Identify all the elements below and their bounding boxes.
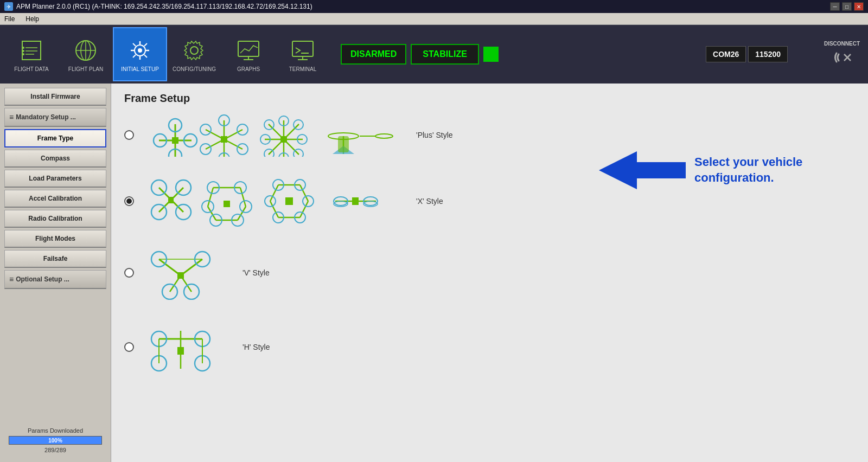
mandatory-icon: ≡ bbox=[9, 113, 14, 121]
disconnect-label: DISCONNECT bbox=[824, 41, 860, 47]
svg-rect-22 bbox=[238, 41, 259, 56]
menu-help[interactable]: Help bbox=[23, 14, 41, 24]
svg-line-93 bbox=[270, 185, 278, 201]
x-label: 'X' Style bbox=[416, 197, 443, 206]
radio-calibration-button[interactable]: Radio Calibration bbox=[4, 210, 106, 228]
config-icon bbox=[181, 37, 208, 64]
svg-line-90 bbox=[300, 201, 308, 217]
frame-option-v: 'V' Style bbox=[124, 246, 855, 300]
flight-data-icon bbox=[18, 37, 45, 64]
title-area: ✈ APM Planner 2.0.0 (RC1) (A-THINK: 169.… bbox=[4, 2, 312, 11]
mandatory-setup-button[interactable]: ≡ Mandatory Setup ... bbox=[4, 108, 106, 127]
svg-line-92 bbox=[270, 201, 278, 217]
load-parameters-button[interactable]: Load Parameters bbox=[4, 170, 106, 188]
svg-point-21 bbox=[190, 47, 198, 54]
svg-point-65 bbox=[375, 134, 393, 138]
svg-point-60 bbox=[264, 149, 274, 157]
install-firmware-button[interactable]: Install Firmware bbox=[4, 88, 106, 106]
maximize-button[interactable]: □ bbox=[842, 2, 852, 11]
terminal-icon bbox=[289, 37, 316, 64]
frame-option-h: 'H' Style bbox=[124, 317, 855, 377]
toolbar-initial-setup[interactable]: INITIAL SETUP bbox=[113, 27, 167, 81]
stabilize-button[interactable]: STABILIZE bbox=[411, 44, 478, 65]
titlebar: ✈ APM Planner 2.0.0 (RC1) (A-THINK: 169.… bbox=[0, 0, 868, 13]
svg-rect-102 bbox=[352, 197, 359, 205]
svg-rect-100 bbox=[285, 197, 293, 205]
svg-point-61 bbox=[293, 149, 303, 157]
svg-line-18 bbox=[144, 55, 147, 57]
radio-plus[interactable] bbox=[124, 130, 134, 140]
svg-rect-116 bbox=[177, 272, 184, 279]
status-indicator[interactable] bbox=[483, 47, 499, 62]
svg-rect-26 bbox=[292, 41, 313, 56]
radio-h[interactable] bbox=[124, 342, 134, 352]
com-port[interactable]: COM26 bbox=[706, 46, 746, 62]
flight-plan-label: FLIGHT PLAN bbox=[68, 66, 103, 72]
initial-setup-icon bbox=[126, 37, 154, 64]
svg-line-17 bbox=[133, 43, 136, 46]
disconnect-area[interactable]: DISCONNECT bbox=[820, 41, 864, 68]
svg-rect-67 bbox=[338, 136, 349, 152]
svg-point-5 bbox=[22, 50, 24, 52]
svg-rect-49 bbox=[221, 136, 227, 143]
minimize-button[interactable]: ─ bbox=[830, 2, 840, 11]
terminal-label: TERMINAL bbox=[289, 66, 317, 72]
flight-plan-icon bbox=[72, 37, 99, 64]
svg-rect-39 bbox=[172, 137, 178, 144]
radio-v[interactable] bbox=[124, 268, 134, 278]
disarmed-button[interactable]: DISARMED bbox=[341, 44, 406, 65]
app-icon: ✈ bbox=[4, 2, 13, 11]
config-label: CONFIG/TUNING bbox=[173, 66, 216, 72]
baud-rate[interactable]: 115200 bbox=[748, 46, 788, 62]
progress-bar-fill: 100% bbox=[9, 437, 101, 444]
svg-line-77 bbox=[240, 188, 246, 207]
optional-icon: ≡ bbox=[9, 275, 14, 284]
svg-point-4 bbox=[22, 47, 24, 49]
svg-line-78 bbox=[208, 207, 216, 220]
progress-label: Params Downloaded bbox=[9, 427, 102, 434]
menubar: File Help bbox=[0, 13, 868, 25]
x-style-svg bbox=[143, 174, 403, 228]
page-title: Frame Setup bbox=[124, 92, 855, 105]
sidebar: Install Firmware ≡ Mandatory Setup ... F… bbox=[0, 84, 111, 462]
v-diagram bbox=[143, 246, 229, 300]
plus-style-svg bbox=[143, 113, 403, 157]
svg-marker-126 bbox=[599, 151, 686, 189]
flight-modes-button[interactable]: Flight Modes bbox=[4, 230, 106, 248]
toolbar-graphs[interactable]: GRAPHS bbox=[221, 27, 276, 81]
radio-x[interactable] bbox=[124, 196, 134, 206]
accel-calibration-button[interactable]: Accel Calibration bbox=[4, 190, 106, 208]
toolbar-config-tuning[interactable]: CONFIG/TUNING bbox=[167, 27, 221, 81]
flight-data-label: FLIGHT DATA bbox=[14, 66, 48, 72]
h-style-svg bbox=[143, 317, 229, 377]
svg-line-76 bbox=[208, 188, 213, 207]
main-area: Install Firmware ≡ Mandatory Setup ... F… bbox=[0, 84, 868, 462]
plus-diagram bbox=[143, 113, 403, 157]
arrow-icon bbox=[599, 149, 686, 192]
x-diagram bbox=[143, 174, 403, 228]
svg-rect-87 bbox=[224, 201, 230, 207]
svg-rect-62 bbox=[280, 136, 287, 143]
disconnect-icon bbox=[831, 47, 853, 68]
initial-setup-label: INITIAL SETUP bbox=[121, 66, 159, 72]
content-area: Frame Setup bbox=[111, 84, 868, 462]
menu-file[interactable]: File bbox=[2, 14, 17, 24]
svg-line-20 bbox=[133, 55, 136, 57]
plus-label: 'Plus' Style bbox=[416, 131, 453, 139]
compass-button[interactable]: Compass bbox=[4, 150, 106, 168]
svg-line-89 bbox=[300, 185, 308, 201]
close-button[interactable]: ✕ bbox=[854, 2, 864, 11]
toolbar-flight-data[interactable]: FLIGHT DATA bbox=[4, 27, 59, 81]
optional-setup-button[interactable]: ≡ Optional Setup ... bbox=[4, 270, 106, 289]
progress-area: Params Downloaded 100% 289/289 bbox=[4, 423, 106, 458]
failsafe-button[interactable]: Failsafe bbox=[4, 250, 106, 268]
h-label: 'H' Style bbox=[242, 343, 270, 351]
frame-type-button[interactable]: Frame Type bbox=[4, 129, 106, 147]
toolbar: FLIGHT DATA FLIGHT PLAN bbox=[0, 25, 868, 84]
progress-bar-bg: 100% bbox=[9, 436, 102, 445]
toolbar-terminal[interactable]: TERMINAL bbox=[276, 27, 330, 81]
svg-point-6 bbox=[22, 53, 24, 55]
svg-rect-74 bbox=[168, 197, 174, 203]
toolbar-flight-plan[interactable]: FLIGHT PLAN bbox=[59, 27, 113, 81]
h-diagram bbox=[143, 317, 229, 377]
